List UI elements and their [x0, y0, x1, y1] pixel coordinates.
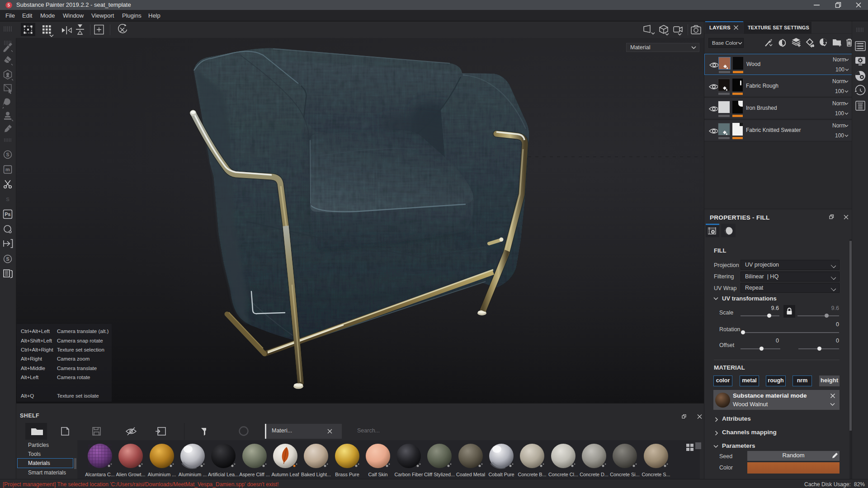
- svg-text:S: S: [6, 256, 9, 262]
- svg-text:Ps: Ps: [5, 211, 11, 217]
- svg-text:S: S: [6, 197, 9, 202]
- svg-text:m: m: [5, 167, 10, 172]
- svg-text:S: S: [6, 152, 9, 157]
